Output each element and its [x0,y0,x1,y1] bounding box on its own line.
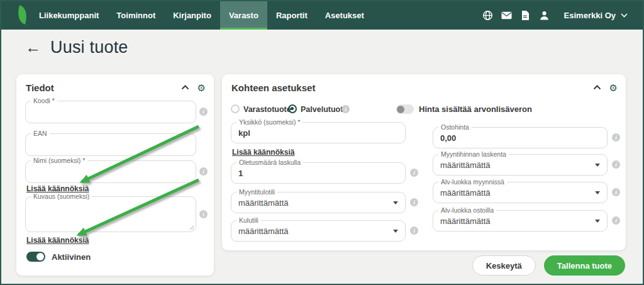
hinta-sisaltaa-alv-label: Hinta sisältää arvonlisäveron [419,104,532,114]
dropdown-caret-icon [393,230,398,233]
yksikko-add-translations-link[interactable]: Lisää käännöksiä [232,148,294,157]
nav-item-raportit[interactable]: Raportit [267,1,316,30]
alv-luokka-ostoilla-label: Alv-luokka ostoilla [438,206,496,214]
ostohinta-field[interactable]: Ostohinta 0,00 [433,127,608,148]
toggle-knob [397,106,404,113]
kulutili-label: Kulutili [236,216,261,224]
palvelutuote-radio-label[interactable]: Palvelutuote [301,105,347,114]
tiedot-card: Tiedot ⚙ Koodi * i EAN Nimi (suomeksi) *… [16,74,214,276]
nimi-label: Nimi (suomeksi) * [31,157,87,164]
alv-luokka-myynnissa-info-icon[interactable]: i [612,188,620,196]
nimi-field[interactable]: Nimi (suomeksi) * [25,160,196,183]
yksikko-field[interactable]: Yksikkö (suomeksi) * kpl [231,122,406,143]
chevron-down-icon [621,13,628,18]
nav-item-kirjanpito[interactable]: Kirjanpito [164,1,220,30]
cancel-button[interactable]: Keskeytä [472,255,536,276]
myyntitulotili-value: määrittämättä [238,198,288,208]
asetukset-header-icons: ⚙ [593,83,618,92]
koodi-info-icon[interactable]: i [199,108,208,116]
myyntitulotili-label: Myyntitulotili [236,188,277,196]
company-name: Esimerkki Oy [564,11,616,20]
ostohinta-info-icon[interactable]: i [612,133,620,142]
kuvaus-label: Kuvaus (suomeksi) [31,193,92,200]
nav-menu: Liikekumppanit Toiminnot Kirjanpito Vara… [30,1,373,30]
alv-luokka-myynnissa-label: Alv-luokka myynnissä [438,178,507,186]
kulutili-info-icon[interactable]: i [410,226,418,235]
varastotuote-radio[interactable] [231,104,240,113]
koodi-label: Koodi * [31,97,57,104]
dropdown-caret-icon [595,164,600,167]
tiedot-card-title: Tiedot [26,82,54,93]
ean-field[interactable]: EAN [25,133,196,156]
tiedot-header-icons: ⚙ [181,83,206,92]
footer-actions: Keskeytä Tallenna tuote [472,255,625,276]
dropdown-caret-icon [595,220,600,223]
yksikko-value: kpl [238,128,250,138]
myyntihinnan-laskenta-info-icon[interactable]: i [612,160,620,169]
myyntihinnan-laskenta-label: Myyntihinnan laskenta [438,150,509,158]
hinta-sisaltaa-alv-toggle[interactable] [396,104,414,114]
tiedot-card-header: Tiedot ⚙ [26,81,206,94]
asetukset-card-title: Kohteen asetukset [231,82,315,93]
aktiivinen-toggle[interactable] [26,252,45,262]
alv-luokka-ostoilla-value: määrittämättä [440,216,490,226]
kulutili-select[interactable]: Kulutili määrittämättä [231,220,406,242]
page-title: Uusi tuote [50,38,128,57]
company-menu[interactable]: Esimerkki Oy [564,11,628,20]
nimi-add-translations-link[interactable]: Lisää käännöksiä [26,184,89,193]
nav-utility-area: Esimerkki Oy [482,1,643,30]
nav-item-asetukset[interactable]: Asetukset [316,1,373,30]
toggle-knob [36,253,44,260]
nav-item-toiminnot[interactable]: Toiminnot [108,1,164,30]
mail-icon[interactable] [501,10,512,21]
alv-luokka-myynnissa-value: määrittämättä [440,188,490,198]
aktiivinen-toggle-label: Aktiivinen [52,252,91,262]
save-product-button[interactable]: Tallenna tuote [544,255,625,276]
textarea-resize-handle[interactable] [189,225,194,230]
app-window: { "colors": { "nav_bg": "#27534B", "nav_… [0,0,644,285]
myyntitulotili-select[interactable]: Myyntitulotili määrittämättä [231,192,406,213]
kuvaus-info-icon[interactable]: i [199,210,208,218]
tuotetyyppi-info-icon[interactable]: i [341,105,350,113]
alv-luokka-ostoilla-info-icon[interactable]: i [612,216,620,225]
myyntihinnan-laskenta-value: määrittämättä [440,160,490,170]
collapse-chevron-up-icon[interactable] [181,85,189,90]
document-icon[interactable] [520,10,531,21]
oletusmaara-field[interactable]: Oletusmäärä laskulla 1 [231,162,406,184]
ostohinta-label: Ostohinta [438,123,472,131]
dropdown-caret-icon [595,191,600,194]
myyntihinnan-laskenta-select[interactable]: Myyntihinnan laskenta määrittämättä [433,154,608,176]
nimi-info-icon[interactable]: i [199,167,208,176]
kulutili-value: määrittämättä [238,226,288,236]
alv-luokka-myynnissa-select[interactable]: Alv-luokka myynnissä määrittämättä [433,182,608,203]
ostohinta-value: 0,00 [440,133,456,143]
collapse-chevron-up-icon[interactable] [593,85,601,90]
gear-icon[interactable]: ⚙ [609,83,618,92]
yksikko-label: Yksikkö (suomeksi) * [236,118,303,126]
page-header: ← Uusi tuote [25,38,128,57]
alv-luokka-ostoilla-select[interactable]: Alv-luokka ostoilla määrittämättä [433,210,608,232]
top-nav: Liikekumppanit Toiminnot Kirjanpito Vara… [1,1,643,30]
oletusmaara-info-icon[interactable]: i [410,169,418,177]
palvelutuote-radio[interactable] [288,104,297,113]
nav-item-liikekumppanit[interactable]: Liikekumppanit [30,1,108,30]
oletusmaara-value: 1 [238,169,243,178]
varastotuote-radio-label[interactable]: Varastotuote [243,105,291,114]
globe-icon[interactable] [482,10,493,21]
kuvaus-add-translations-link[interactable]: Lisää käännöksiä [26,236,89,245]
user-icon[interactable] [539,10,550,21]
gear-icon[interactable]: ⚙ [197,83,206,92]
dropdown-caret-icon [393,201,398,204]
kuvaus-field[interactable]: Kuvaus (suomeksi) [25,196,196,232]
app-logo-leaf-icon[interactable] [15,5,30,25]
back-arrow-icon[interactable]: ← [25,40,41,55]
myyntitulotili-info-icon[interactable]: i [410,198,418,206]
koodi-field[interactable]: Koodi * [25,101,196,123]
asetukset-card-header: Kohteen asetukset ⚙ [231,81,618,94]
ean-label: EAN [31,130,50,137]
oletusmaara-label: Oletusmäärä laskulla [236,159,303,166]
nav-item-varasto[interactable]: Varasto [220,1,267,30]
kohteen-asetukset-card: Kohteen asetukset ⚙ Varastotuote Palvelu… [222,74,626,250]
